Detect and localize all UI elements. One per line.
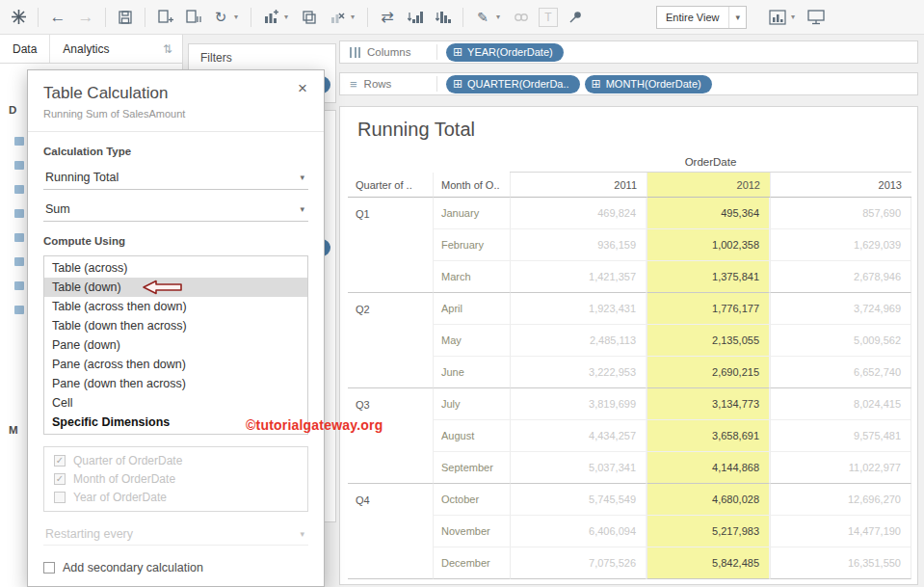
duplicate-sheet-icon[interactable]: [299, 7, 320, 28]
quarter-header-cell[interactable]: Q1: [348, 198, 433, 229]
fit-dropdown[interactable]: Entire View ▾: [656, 6, 747, 29]
compute-using-option[interactable]: Cell: [44, 393, 307, 413]
value-cell[interactable]: 16,351,550: [770, 547, 911, 579]
new-data-source-icon[interactable]: [154, 7, 175, 28]
sort-ascending-icon[interactable]: [405, 7, 426, 28]
month-header-cell[interactable]: May: [433, 325, 510, 357]
redo-icon[interactable]: →: [75, 7, 96, 28]
dropdown-caret-icon[interactable]: ▾: [284, 13, 292, 21]
quarter-header-cell[interactable]: [348, 547, 433, 579]
rows-shelf[interactable]: ≡ Rows ⊞ QUARTER(OrderDa.. ⊞ MONTH(Order…: [339, 72, 918, 95]
value-cell[interactable]: 2,485,113: [510, 325, 647, 357]
dimension-option[interactable]: Year of OrderDate: [54, 490, 298, 505]
sort-descending-icon[interactable]: [433, 7, 454, 28]
quarter-header-cell[interactable]: Q2: [348, 293, 433, 325]
undo-icon[interactable]: ←: [47, 7, 68, 28]
pill-month-orderdate[interactable]: ⊞ MONTH(OrderDate): [585, 75, 712, 93]
value-cell[interactable]: 4,434,257: [510, 420, 647, 452]
month-header-cell[interactable]: August: [433, 420, 510, 452]
pill-year-orderdate[interactable]: ⊞ YEAR(OrderDate): [446, 43, 564, 62]
month-header-cell[interactable]: April: [433, 293, 510, 325]
chevron-down-icon[interactable]: ▾: [728, 7, 746, 28]
value-cell[interactable]: 1,002,358: [647, 229, 770, 261]
compute-using-list[interactable]: Table (across)Table (down)Table (across …: [43, 255, 308, 435]
fix-axes-pin-icon[interactable]: [565, 7, 586, 28]
month-header-cell[interactable]: March: [433, 261, 510, 293]
quarter-header-cell[interactable]: Q3: [348, 388, 433, 420]
aggregation-dropdown[interactable]: Sum ▾: [43, 198, 308, 222]
restarting-every-dropdown[interactable]: Restarting every ▾: [43, 523, 308, 546]
value-cell[interactable]: 1,375,841: [647, 261, 770, 293]
compute-using-option[interactable]: Pane (down then across): [44, 374, 307, 393]
value-cell[interactable]: 3,222,953: [510, 357, 647, 388]
run-update-icon[interactable]: ↻: [210, 7, 231, 28]
month-header-cell[interactable]: November: [433, 516, 510, 547]
month-header-cell[interactable]: September: [433, 452, 510, 484]
swap-rows-columns-icon[interactable]: ⇄: [377, 7, 398, 28]
quarter-header-cell[interactable]: [348, 229, 433, 261]
tab-analytics[interactable]: Analytics: [50, 35, 121, 63]
quarter-header-cell[interactable]: [348, 357, 433, 388]
value-cell[interactable]: 3,724,969: [770, 293, 911, 325]
value-cell[interactable]: 1,776,177: [647, 293, 770, 325]
chevron-down-icon[interactable]: ▾: [300, 204, 304, 214]
value-cell[interactable]: 1,629,039: [770, 229, 911, 261]
drill-plus-icon[interactable]: ⊞: [453, 46, 462, 58]
value-cell[interactable]: 2,678,946: [770, 261, 911, 293]
compute-using-option[interactable]: Table (across then down): [44, 297, 307, 316]
calculation-type-dropdown[interactable]: Running Total ▾: [43, 166, 308, 190]
value-cell[interactable]: 1,923,431: [510, 293, 647, 325]
pause-auto-updates-icon[interactable]: [182, 7, 203, 28]
compute-using-option[interactable]: Pane (across then down): [44, 355, 307, 374]
quarter-header-cell[interactable]: [348, 452, 433, 484]
highlight-icon[interactable]: ✎: [472, 7, 493, 28]
value-cell[interactable]: 3,658,691: [647, 420, 770, 452]
value-cell[interactable]: 11,022,977: [770, 452, 911, 484]
quarter-header-cell[interactable]: [348, 325, 433, 357]
value-cell[interactable]: 3,819,699: [510, 388, 647, 420]
dropdown-caret-icon[interactable]: ▾: [496, 13, 504, 21]
tab-data[interactable]: Data: [0, 35, 49, 63]
compute-using-option[interactable]: Table (across): [44, 258, 307, 278]
value-cell[interactable]: 9,575,481: [770, 420, 911, 452]
dimension-option[interactable]: ✓Month of OrderDate: [54, 471, 298, 487]
new-worksheet-icon[interactable]: [260, 7, 281, 28]
show-me-icon[interactable]: [767, 7, 788, 28]
dropdown-caret-icon[interactable]: ▾: [234, 13, 242, 21]
year-column-header-highlighted[interactable]: 2012: [647, 173, 770, 198]
quarter-header-cell[interactable]: [348, 516, 433, 547]
secondary-calculation-row[interactable]: Add secondary calculation: [43, 561, 308, 574]
drill-plus-icon[interactable]: ⊞: [592, 78, 601, 90]
quarter-header-cell[interactable]: [348, 261, 433, 293]
checkbox-icon[interactable]: [43, 562, 55, 574]
chevron-down-icon[interactable]: ▾: [300, 173, 304, 182]
month-header-cell[interactable]: October: [433, 484, 510, 516]
value-cell[interactable]: 7,075,526: [510, 547, 647, 579]
compute-using-option[interactable]: Pane (down): [44, 335, 307, 355]
month-header-cell[interactable]: July: [433, 388, 510, 420]
column-group-header[interactable]: OrderDate: [510, 151, 911, 173]
value-cell[interactable]: 857,690: [770, 198, 911, 229]
pill-quarter-orderdate[interactable]: ⊞ QUARTER(OrderDa..: [446, 75, 580, 93]
value-cell[interactable]: 6,652,740: [770, 357, 911, 388]
save-icon[interactable]: [115, 7, 136, 28]
value-cell[interactable]: 2,135,055: [647, 325, 770, 357]
value-cell[interactable]: 1,421,357: [510, 261, 647, 293]
value-cell[interactable]: 12,696,270: [770, 484, 911, 516]
month-header-cell[interactable]: February: [433, 229, 510, 261]
year-column-header[interactable]: 2013: [770, 173, 911, 198]
dimension-option[interactable]: ✓Quarter of OrderDate: [54, 453, 298, 468]
month-column-header[interactable]: Month of O..: [433, 173, 510, 198]
value-cell[interactable]: 2,690,215: [647, 357, 770, 388]
compute-using-option[interactable]: Table (down then across): [44, 316, 307, 335]
month-header-cell[interactable]: June: [433, 357, 510, 388]
close-icon[interactable]: ×: [294, 80, 311, 97]
month-header-cell[interactable]: January: [433, 198, 510, 229]
value-cell[interactable]: 5,009,562: [770, 325, 911, 357]
value-cell[interactable]: 495,364: [647, 198, 770, 229]
value-cell[interactable]: 4,680,028: [647, 484, 770, 516]
month-header-cell[interactable]: December: [433, 547, 510, 579]
value-cell[interactable]: 936,159: [510, 229, 647, 261]
quarter-column-header[interactable]: Quarter of ..: [348, 173, 433, 198]
value-cell[interactable]: 6,406,094: [510, 516, 647, 547]
